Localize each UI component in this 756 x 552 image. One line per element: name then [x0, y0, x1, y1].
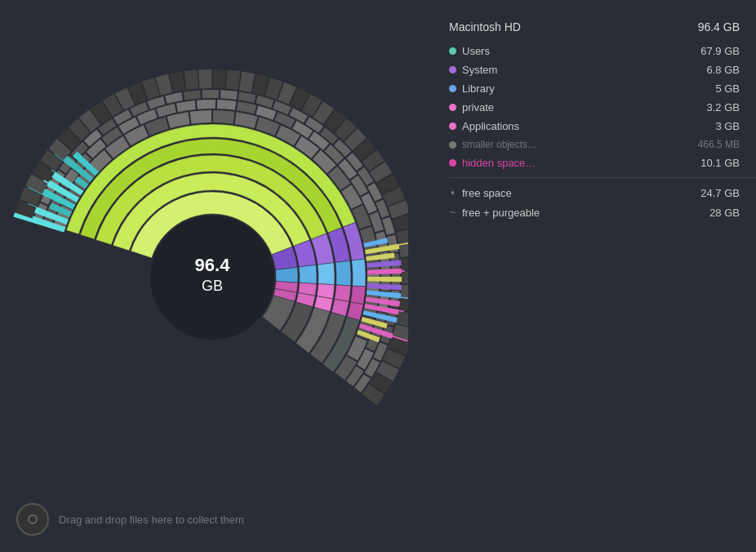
legend-label: Applications	[462, 120, 519, 132]
legend-dot	[449, 85, 456, 92]
legend-item[interactable]: smaller objects…466.5 MB	[449, 139, 756, 150]
legend-item[interactable]: private3.2 GB	[449, 101, 756, 114]
legend-label: Library	[462, 82, 495, 95]
legend-extra-value: 24.7 GB	[700, 187, 740, 199]
legend-label: hidden space…	[462, 157, 536, 169]
legend-extra-value: 28 GB	[709, 207, 740, 219]
legend-item[interactable]: Applications3 GB	[449, 120, 756, 132]
legend-label: Users	[462, 45, 490, 57]
legend-label: System	[462, 64, 497, 76]
legend-label: private	[462, 101, 494, 114]
legend-value: 466.5 MB	[698, 139, 740, 150]
legend-items: Users67.9 GBSystem6.8 GBLibrary5 GBpriva…	[449, 45, 756, 169]
legend-extra: •free space24.7 GB~free + purgeable28 GB	[449, 186, 756, 219]
bullet-symbol: •	[449, 186, 456, 199]
legend-dot	[449, 66, 456, 73]
drop-text: Drag and drop files here to collect them	[59, 514, 244, 526]
legend-label: smaller objects…	[462, 139, 537, 150]
legend-title-row: Macintosh HD 96.4 GB	[449, 20, 756, 33]
legend-extra-label: free + purgeable	[462, 207, 540, 219]
disk-name: Macintosh HD	[449, 20, 521, 33]
legend-extra-item: ~free + purgeable28 GB	[449, 206, 756, 219]
legend-dot	[449, 47, 456, 55]
legend-value: 6.8 GB	[707, 64, 740, 76]
drop-circle	[16, 503, 49, 536]
main-container: 96.4 GB Macintosh HD 96.4 GB Users67.9 G…	[0, 0, 756, 552]
legend-value: 3 GB	[715, 120, 740, 132]
drop-zone[interactable]: Drag and drop files here to collect them	[16, 503, 244, 536]
legend-extra-item: •free space24.7 GB	[449, 186, 756, 199]
legend-value: 10.1 GB	[700, 157, 740, 169]
legend-item[interactable]: Library5 GB	[449, 82, 756, 95]
legend-value: 3.2 GB	[707, 101, 740, 114]
legend-item[interactable]: Users67.9 GB	[449, 45, 756, 57]
legend-dot	[449, 104, 456, 111]
legend-area: Macintosh HD 96.4 GB Users67.9 GBSystem6…	[441, 16, 756, 225]
sunburst-canvas	[0, 16, 408, 474]
disk-size: 96.4 GB	[698, 20, 740, 33]
legend-item[interactable]: System6.8 GB	[449, 64, 756, 76]
legend-item[interactable]: hidden space…10.1 GB	[449, 157, 756, 169]
drop-circle-inner	[28, 514, 38, 524]
tilde-symbol: ~	[449, 206, 456, 219]
legend-extra-label: free space	[462, 187, 512, 199]
legend-dot	[449, 159, 456, 167]
legend-value: 5 GB	[715, 82, 740, 95]
legend-dot	[449, 141, 456, 149]
legend-dot	[449, 122, 456, 130]
legend-value: 67.9 GB	[700, 45, 740, 57]
legend-divider	[449, 177, 756, 178]
chart-area: 96.4 GB	[0, 16, 441, 490]
